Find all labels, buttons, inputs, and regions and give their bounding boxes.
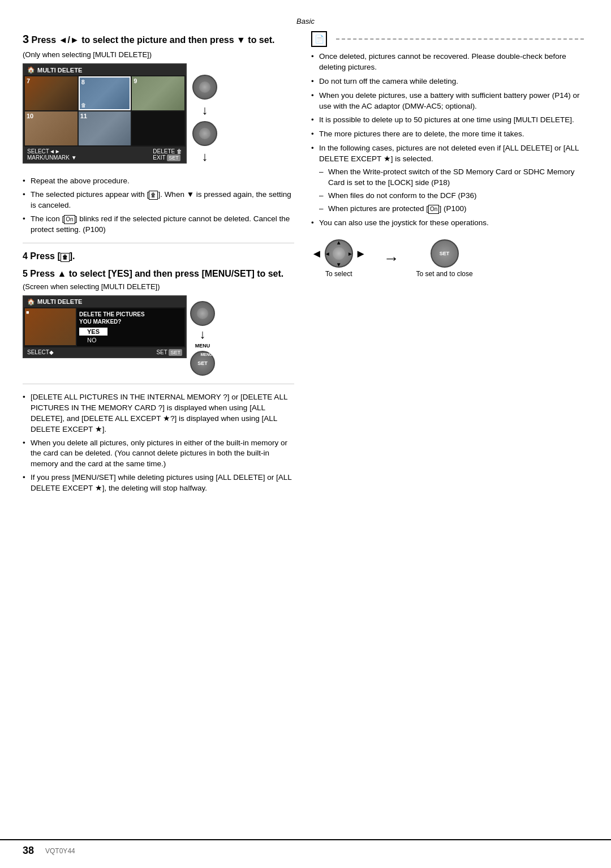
right-bullets: Once deleted, pictures cannot be recover… — [311, 51, 588, 228]
thumb-9: 9 — [132, 76, 184, 110]
step5-heading: 5 Press ▲ to select [YES] and then press… — [23, 269, 294, 279]
joystick2-area: ↓ MENU MENU SET — [190, 295, 215, 376]
jd-label-select: To select — [325, 270, 352, 278]
footer2-set: SET SET — [156, 349, 182, 355]
screen2-header: 🏠 MULTI DELETE — [24, 297, 186, 307]
thumb-10: 10 — [25, 111, 78, 145]
divider-2 — [23, 384, 294, 384]
bottom-bullet-3: If you press [MENU/SET] while deleting p… — [23, 472, 294, 494]
set-center-text: SET — [197, 360, 208, 366]
camera-screen-2: 🏠 MULTI DELETE ■ DELETE THE PICTURESYOU … — [23, 295, 187, 358]
dashed-line — [336, 38, 584, 40]
joystick-right-area: ↓ ↓ — [192, 63, 217, 163]
joystick-diagram: ◄ ▲ ▼ ◄ ► ► To select — [311, 239, 588, 278]
joystick-3 — [190, 301, 215, 326]
footer-left: SELECT◄► MARK/UNMARK ▼ — [27, 148, 77, 161]
bullet-3-2: The selected pictures appear with [🗑]. W… — [23, 190, 294, 211]
left-column: 3 Press ◄/► to select the picture and th… — [23, 31, 294, 497]
set-label-text: MENU — [200, 353, 212, 356]
main-content: 3 Press ◄/► to select the picture and th… — [23, 31, 588, 497]
footer-exit: EXIT SET — [153, 154, 182, 161]
camera-screen-1: 🏠 MULTI DELETE 7 8 🗑 9 — [23, 63, 187, 164]
screen1-footer: SELECT◄► MARK/UNMARK ▼ DELETE 🗑 EXIT SET — [24, 147, 186, 162]
right-column: 📄 Once deleted, pictures cannot be recov… — [311, 31, 588, 497]
jd-right: ► — [347, 251, 353, 257]
bottom-bullets: [DELETE ALL PICTURES IN THE INTERNAL MEM… — [23, 392, 294, 494]
step4-number: 4 — [23, 251, 28, 261]
screen1-area: 🏠 MULTI DELETE 7 8 🗑 9 — [23, 63, 294, 169]
right-bullet-4: It is possible to delete up to 50 pictur… — [311, 115, 588, 126]
bottom-bullet-2: When you delete all pictures, only pictu… — [23, 438, 294, 470]
jd-set-text: SET — [440, 251, 450, 256]
btn-no[interactable]: NO — [79, 336, 105, 344]
right-bullet-5: The more pictures there are to delete, t… — [311, 129, 588, 140]
jd-arrows-select: ▲ ▼ ◄ ► — [326, 240, 352, 267]
delete-icon-8: 🗑 — [81, 102, 86, 108]
screen2-title: MULTI DELETE — [37, 298, 82, 305]
joystick-1-inner — [199, 81, 210, 93]
thumb-num-9: 9 — [134, 78, 137, 84]
arrow-right-symbol-small: ► — [355, 247, 367, 260]
sub-bullet-1: When the Write-protect switch of the SD … — [319, 167, 588, 188]
jd-label-set: To set and to close — [416, 270, 473, 278]
thumb-num-11: 11 — [80, 113, 87, 119]
page-footer: 38 VQT0Y44 — [0, 839, 611, 857]
house-icon: 🏠 — [27, 66, 35, 74]
screen2-footer: SELECT◆ SET SET — [24, 347, 186, 357]
thumb-11: 11 — [79, 111, 131, 145]
screen1-title: MULTI DELETE — [37, 67, 82, 74]
joystick-2 — [192, 121, 217, 146]
thumbnail-grid: 7 8 🗑 9 10 1 — [24, 75, 186, 147]
arrow-down-3: ↓ — [200, 328, 206, 341]
right-bullet-6: In the following cases, pictures are not… — [311, 143, 588, 214]
thumb-num-10: 10 — [27, 113, 33, 119]
footer-select: SELECT◄► — [27, 148, 77, 154]
on-icon-inline: On — [64, 215, 75, 224]
delete-icon-inline: 🗑 — [149, 191, 158, 200]
step4-heading: 4 Press [🗑]. — [23, 251, 294, 262]
screen1-header: 🏠 MULTI DELETE — [24, 65, 186, 75]
footer-right: DELETE 🗑 EXIT SET — [153, 148, 182, 161]
thumb-empty — [132, 111, 184, 145]
house-icon-2: 🏠 — [27, 298, 35, 306]
jd-set-button: SET — [431, 239, 459, 268]
arrow-down-1: ↓ — [202, 104, 208, 117]
doc-code: VQT0Y44 — [45, 847, 75, 855]
bottom-bullet-1: [DELETE ALL PICTURES IN THE INTERNAL MEM… — [23, 392, 294, 435]
screen2-area: 🏠 MULTI DELETE ■ DELETE THE PICTURESYOU … — [23, 295, 294, 376]
menu-label: MENU — [195, 343, 210, 349]
footer-delete: DELETE 🗑 — [153, 148, 182, 154]
thumb-7: 7 — [25, 76, 78, 110]
set-button[interactable]: MENU SET — [190, 351, 215, 376]
step3-sub-note: (Only when selecting [MULTI DELETE]) — [23, 50, 294, 59]
joystick-3-inner — [197, 308, 208, 319]
page-container: Basic 3 Press ◄/► to select the picture … — [0, 0, 611, 868]
jd-joystick-select: ▲ ▼ ◄ ► — [325, 239, 353, 268]
step3-heading: 3 Press ◄/► to select the picture and th… — [23, 31, 294, 47]
step3-bullets: Repeat the above procedure. The selected… — [23, 176, 294, 235]
sub-bullet-2: When files do not conform to the DCF (P3… — [319, 191, 588, 201]
right-bullet-7: You can also use the joystick for these … — [311, 218, 588, 229]
arrow-down-2: ↓ — [202, 151, 208, 163]
footer-mark: MARK/UNMARK ▼ — [27, 154, 77, 161]
right-bullet-2: Do not turn off the camera while deletin… — [311, 76, 588, 87]
thumb-num-7: 7 — [27, 78, 30, 84]
sub-bullets: When the Write-protect switch of the SD … — [319, 167, 588, 214]
bullet-3-1: Repeat the above procedure. — [23, 176, 294, 187]
bullet-3-3: The icon [On] blinks red if the selected… — [23, 214, 294, 235]
on-icon-right: On — [428, 205, 439, 214]
right-bullet-1: Once deleted, pictures cannot be recover… — [311, 51, 588, 73]
thumb-num-8: 8 — [81, 79, 85, 85]
joystick-1 — [192, 75, 217, 100]
note-box-top: 📄 — [311, 31, 588, 47]
step5-sub-note: (Screen when selecting [MULTI DELETE]) — [23, 282, 294, 291]
right-bullet-3: When you delete pictures, use a battery … — [311, 91, 588, 112]
step3-number: 3 — [23, 33, 29, 45]
arrow-right-large: → — [384, 250, 399, 268]
arrow-left-symbol: ◄ — [311, 247, 322, 260]
divider-1 — [23, 243, 294, 243]
jd-up: ▲ — [336, 239, 342, 246]
jd-down: ▼ — [336, 261, 342, 268]
joystick-2-inner — [199, 128, 210, 139]
btn-yes[interactable]: YES — [79, 328, 107, 336]
